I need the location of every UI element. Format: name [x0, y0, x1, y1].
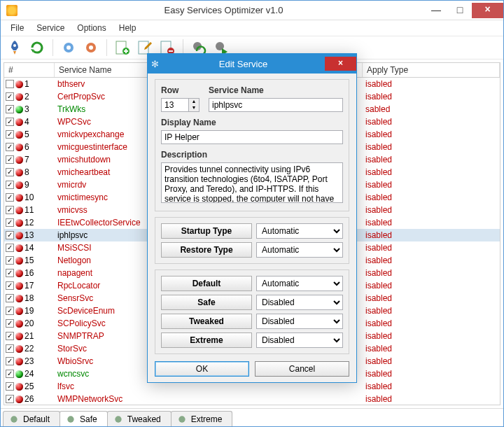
row-checkbox[interactable]: ✓	[6, 269, 14, 277]
row-checkbox[interactable]: ✓	[6, 332, 14, 340]
menu-options[interactable]: Options	[71, 22, 111, 34]
row-number: 9	[24, 180, 29, 190]
menu-help[interactable]: Help	[113, 22, 142, 34]
row-number: 7	[24, 155, 29, 164]
row-checkbox[interactable]: ✓	[6, 206, 14, 214]
label-startup-type: Startup Type	[161, 223, 252, 239]
row-checkbox[interactable]: ✓	[6, 155, 14, 164]
status-dot-icon	[15, 106, 23, 113]
row-checkbox[interactable]: ✓	[6, 231, 14, 239]
status-dot-icon	[15, 156, 23, 164]
label-service-name: Service Name	[209, 85, 343, 95]
tweaked-profile-select[interactable]: Disabled	[256, 314, 343, 329]
row-apply-type: isabled	[363, 243, 500, 253]
row-number: 11	[24, 205, 34, 215]
row-checkbox[interactable]: ✓	[6, 307, 14, 315]
safe-profile-select[interactable]: Disabled	[256, 295, 343, 310]
row-number: 17	[24, 281, 34, 290]
row-checkbox[interactable]: ✓	[6, 382, 14, 391]
row-number: 15	[24, 255, 34, 265]
row-service-name: WMPNetworkSvc	[55, 394, 363, 404]
row-checkbox[interactable]: ✓	[6, 130, 14, 139]
row-checkbox[interactable]: ✓	[6, 256, 14, 265]
row-checkbox[interactable]: ✓	[6, 143, 14, 151]
row-number: 4	[24, 117, 29, 127]
row-checkbox[interactable]: ✓	[6, 181, 14, 189]
row-checkbox[interactable]: ✓	[6, 357, 14, 365]
ok-button[interactable]: OK	[155, 361, 249, 377]
row-apply-type: isabled	[363, 92, 500, 102]
svg-point-14	[115, 416, 121, 422]
toolbar-rocket-icon[interactable]	[5, 38, 24, 57]
row-apply-type: isabled	[363, 180, 500, 190]
profile-tabs: Default Safe Tweaked Extreme	[1, 408, 503, 426]
row-checkbox[interactable]: ✓	[6, 344, 14, 353]
tab-tweaked[interactable]: Tweaked	[107, 411, 172, 426]
fieldset-profiles: Default Automatic Safe Disabled Tweaked …	[155, 270, 349, 354]
row-number: 6	[24, 142, 29, 152]
toolbar-gear1-icon[interactable]	[59, 38, 78, 57]
status-dot-icon	[15, 206, 23, 214]
tab-safe[interactable]: Safe	[59, 411, 108, 426]
toolbar-gear2-icon[interactable]	[81, 38, 101, 57]
label-display-name: Display Name	[161, 118, 343, 127]
row-apply-type: isabled	[363, 205, 500, 215]
row-input[interactable]	[161, 98, 189, 112]
svg-point-13	[67, 416, 74, 422]
window-title: Easy Services Optimizer v1.0	[23, 5, 424, 15]
restore-type-select[interactable]: Automatic	[256, 242, 343, 258]
status-dot-icon	[15, 396, 23, 403]
row-checkbox[interactable]: ✓	[6, 218, 14, 227]
close-button[interactable]: ×	[472, 3, 503, 18]
dialog-close-button[interactable]: ×	[325, 57, 356, 71]
maximize-button[interactable]: □	[448, 3, 472, 18]
status-dot-icon	[15, 232, 23, 239]
row-checkbox[interactable]: ✓	[6, 281, 14, 290]
service-row[interactable]: ✓ 26WMPNetworkSvcisabled	[4, 393, 500, 405]
status-dot-icon	[15, 131, 23, 139]
label-tweaked-profile: Tweaked	[161, 314, 252, 329]
row-apply-type: isabled	[363, 218, 500, 227]
row-apply-type: isabled	[363, 306, 500, 316]
row-checkbox[interactable]: ✓	[6, 193, 14, 202]
toolbar-list-add-icon[interactable]	[113, 38, 132, 57]
row-checkbox[interactable]: ✓	[6, 294, 14, 302]
row-number: 10	[24, 192, 34, 202]
extreme-profile-select[interactable]: Disabled	[256, 332, 343, 348]
status-dot-icon	[15, 282, 23, 290]
status-dot-icon	[15, 307, 23, 315]
row-number: 16	[24, 268, 34, 278]
dialog-gear-icon: ✻	[148, 59, 162, 69]
row-checkbox[interactable]: ✓	[6, 395, 14, 403]
service-name-input[interactable]	[209, 98, 343, 112]
tab-default[interactable]: Default	[3, 411, 60, 426]
row-number: 18	[24, 293, 34, 303]
label-safe-profile: Safe	[161, 295, 252, 310]
row-checkbox[interactable]: ✓	[6, 118, 14, 126]
row-service-name: lfsvc	[55, 382, 363, 391]
row-checkbox[interactable]: ✓	[6, 105, 14, 113]
row-spinner[interactable]: ▲▼	[189, 98, 200, 112]
toolbar-refresh-icon[interactable]	[27, 38, 47, 57]
row-apply-type: isabled	[363, 356, 500, 366]
cancel-button[interactable]: Cancel	[255, 361, 349, 377]
default-profile-select[interactable]: Automatic	[256, 276, 343, 291]
description-textarea[interactable]	[161, 162, 343, 203]
row-checkbox[interactable]: ✓	[6, 244, 14, 252]
row-apply-type: isabled	[363, 167, 500, 177]
header-number[interactable]: #	[4, 63, 55, 77]
minimize-button[interactable]: —	[424, 3, 448, 18]
row-checkbox[interactable]	[6, 80, 14, 88]
row-checkbox[interactable]: ✓	[6, 168, 14, 176]
row-checkbox[interactable]: ✓	[6, 370, 14, 378]
header-apply-type[interactable]: Apply Type	[363, 63, 500, 77]
row-checkbox[interactable]: ✓	[6, 92, 14, 101]
menu-file[interactable]: File	[5, 22, 29, 34]
menu-service[interactable]: Service	[31, 22, 70, 34]
row-apply-type: isabled	[363, 230, 500, 240]
display-name-input[interactable]	[161, 130, 343, 144]
tab-extreme[interactable]: Extreme	[171, 411, 233, 426]
row-checkbox[interactable]: ✓	[6, 319, 14, 328]
edit-service-dialog: ✻ Edit Service × Row ▲▼ Service Name Dis…	[147, 53, 357, 383]
startup-type-select[interactable]: Automatic	[256, 223, 343, 239]
